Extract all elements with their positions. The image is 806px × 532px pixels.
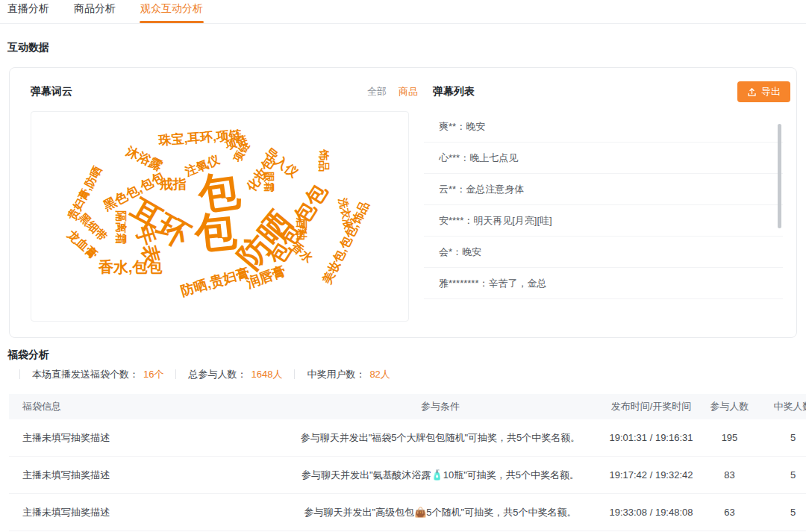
table-inner: 福袋信息 参与条件 发布时间/开奖时间 参与人数 中奖人数 主播未填写抽奖描述 … bbox=[9, 394, 806, 531]
table-row: 主播未填写抽奖描述 参与聊天并发出"福袋5个大牌包包随机"可抽奖，共5个中奖名额… bbox=[9, 419, 806, 457]
danmaku-user: 云** bbox=[439, 183, 456, 196]
tab-label: 直播分析 bbox=[7, 2, 49, 14]
wordcloud-word: 眼霜 bbox=[264, 172, 275, 193]
wordcloud-word: 包 bbox=[193, 209, 239, 255]
analysis-tab[interactable]: 直播分析 bbox=[7, 0, 49, 23]
wordcloud-word: 沐浴露 bbox=[125, 145, 164, 173]
danmaku-scrollbar-thumb[interactable] bbox=[778, 124, 781, 228]
danmaku-user: 雅******** bbox=[439, 277, 478, 290]
stat-item: 中奖用户数： 82人 bbox=[282, 368, 390, 381]
danmaku-user: 爽** bbox=[439, 120, 456, 134]
upload-icon bbox=[747, 87, 757, 97]
danmaku-colon: ： bbox=[456, 120, 466, 134]
card-header: 弹幕词云 全部 商品 弹幕列表 导出 bbox=[10, 68, 796, 102]
export-button[interactable]: 导出 bbox=[737, 81, 790, 102]
cell-participants: 83 bbox=[705, 469, 754, 481]
danmaku-message: 爽**：晚安 bbox=[424, 111, 783, 143]
stat-item: 总参与人数： 1648人 bbox=[163, 368, 282, 381]
wordcloud-title: 弹幕词云 bbox=[31, 85, 72, 98]
col-header-condition: 参与条件 bbox=[284, 400, 597, 413]
wordcloud-word: 唇釉 bbox=[296, 218, 307, 240]
danmaku-text: 明天再见[月亮][哇] bbox=[473, 214, 552, 228]
cell-time: 19:33:08 / 19:48:08 bbox=[597, 507, 705, 518]
lucky-bag-title: 福袋分析 bbox=[7, 348, 806, 360]
card-panels: 珠宝,耳环,项链 沐浴露 注氧仪 项链 项链 化妆包 导入仪 眼霜 饰品 戒指 … bbox=[10, 102, 796, 322]
wordcloud-header: 弹幕词云 全部 商品 bbox=[31, 85, 418, 98]
danmaku-text: 辛苦了，金总 bbox=[488, 277, 546, 290]
cell-participants: 195 bbox=[705, 432, 754, 443]
stat-label: 本场直播发送福袋个数： bbox=[32, 368, 139, 381]
export-label: 导出 bbox=[761, 85, 781, 98]
cell-info: 主播未填写抽奖描述 bbox=[9, 469, 284, 482]
danmaku-message: 心***：晚上七点见 bbox=[424, 143, 783, 174]
cell-condition: 参与聊天并发出"福袋5个大牌包包随机"可抽奖，共5个中奖名额。 bbox=[284, 431, 597, 445]
danmaku-text: 晚安 bbox=[466, 120, 485, 134]
danmaku-colon: ： bbox=[478, 277, 488, 290]
danmaku-text: 金总注意身体 bbox=[466, 183, 524, 196]
danmaku-rows: 爽**：晚安 心***：晚上七点见 云**：金总注意身体 安****：明天再见[… bbox=[424, 111, 783, 299]
danmaku-text: 晚上七点见 bbox=[469, 151, 518, 165]
analysis-tab[interactable]: 商品分析 bbox=[74, 0, 116, 23]
danmaku-user: 安**** bbox=[439, 214, 463, 228]
col-header-winners: 中奖人数 bbox=[754, 400, 806, 413]
stat-label: 总参与人数： bbox=[188, 368, 246, 381]
danmaku-wordcloud: 珠宝,耳环,项链 沐浴露 注氧仪 项链 项链 化妆包 导入仪 眼霜 饰品 戒指 … bbox=[31, 111, 409, 322]
wordcloud-filter-group: 全部 商品 bbox=[367, 85, 418, 98]
analysis-tab[interactable]: 观众互动分析 bbox=[140, 0, 203, 23]
danmaku-message: 会*：晚安 bbox=[424, 237, 783, 268]
filter-product[interactable]: 商品 bbox=[399, 85, 418, 98]
stat-value: 82人 bbox=[369, 368, 390, 381]
cell-winners: 5 bbox=[754, 469, 806, 481]
lucky-bag-table: 福袋信息 参与条件 发布时间/开奖时间 参与人数 中奖人数 主播未填写抽奖描述 … bbox=[9, 394, 806, 531]
col-header-time: 发布时间/开奖时间 bbox=[597, 400, 705, 413]
stat-label: 中奖用户数： bbox=[307, 368, 365, 381]
cell-time: 19:01:31 / 19:16:31 bbox=[597, 432, 705, 443]
tab-label: 商品分析 bbox=[74, 2, 116, 14]
cell-participants: 63 bbox=[705, 507, 754, 518]
danmaku-header: 弹幕列表 导出 bbox=[418, 81, 790, 102]
cell-info: 主播未填写抽奖描述 bbox=[9, 506, 284, 519]
danmaku-colon: ： bbox=[456, 183, 466, 196]
col-header-participants: 参与人数 bbox=[705, 400, 754, 413]
filter-all[interactable]: 全部 bbox=[367, 85, 387, 98]
wordcloud-word: 隔离霜 bbox=[116, 210, 127, 244]
stat-value: 1648人 bbox=[251, 368, 282, 381]
cell-winners: 5 bbox=[754, 507, 806, 518]
danmaku-text: 晚安 bbox=[462, 245, 481, 259]
danmaku-user: 会* bbox=[439, 245, 452, 259]
wordcloud-word: 饰品 bbox=[319, 149, 330, 172]
tab-label: 观众互动分析 bbox=[140, 2, 203, 14]
analysis-tab-bar: 直播分析 商品分析 观众互动分析 bbox=[0, 0, 806, 24]
danmaku-user: 心*** bbox=[439, 151, 460, 165]
wordcloud-word: 香水,包包 bbox=[99, 260, 163, 275]
danmaku-colon: ： bbox=[463, 214, 473, 228]
interaction-card: 弹幕词云 全部 商品 弹幕列表 导出 珠宝,耳环,项链 bbox=[9, 67, 797, 338]
lucky-bag-stats: 本场直播发送福袋个数： 16个 总参与人数： 1648人 中奖用户数： 82人 bbox=[7, 368, 806, 381]
danmaku-message: 安****：明天再见[月亮][哇] bbox=[424, 205, 783, 237]
wordcloud-word: 防晒,贵妇膏 bbox=[179, 266, 251, 298]
danmaku-list-title: 弹幕列表 bbox=[433, 85, 475, 98]
table-header-row: 福袋信息 参与条件 发布时间/开奖时间 参与人数 中奖人数 bbox=[9, 394, 806, 419]
table-body: 主播未填写抽奖描述 参与聊天并发出"福袋5个大牌包包随机"可抽奖，共5个中奖名额… bbox=[9, 419, 806, 531]
wordcloud-word: 香水 bbox=[289, 240, 314, 265]
cell-info: 主播未填写抽奖描述 bbox=[9, 431, 284, 445]
cell-time: 19:17:42 / 19:32:42 bbox=[597, 469, 705, 481]
cell-winners: 5 bbox=[754, 432, 806, 443]
col-header-info: 福袋信息 bbox=[9, 400, 284, 413]
table-row: 主播未填写抽奖描述 参与聊天并发出"高级包包👜5个随机"可抽奖，共5个中奖名额。… bbox=[9, 494, 806, 531]
danmaku-colon: ： bbox=[460, 151, 469, 165]
cell-condition: 参与聊天并发出"高级包包👜5个随机"可抽奖，共5个中奖名额。 bbox=[284, 506, 597, 519]
stat-value: 16个 bbox=[143, 368, 163, 381]
danmaku-colon: ： bbox=[452, 245, 462, 259]
danmaku-message: 雅********：辛苦了，金总 bbox=[424, 268, 783, 299]
danmaku-message: 云**：金总注意身体 bbox=[424, 174, 783, 205]
interaction-data-title: 互动数据 bbox=[7, 41, 806, 53]
danmaku-list: 爽**：晚安 心***：晚上七点见 云**：金总注意身体 安****：明天再见[… bbox=[424, 111, 783, 322]
table-row: 主播未填写抽奖描述 参与聊天并发出"氨基酸沐浴露🧴10瓶"可抽奖，共5个中奖名额… bbox=[9, 457, 806, 494]
cell-condition: 参与聊天并发出"氨基酸沐浴露🧴10瓶"可抽奖，共5个中奖名额。 bbox=[284, 469, 597, 482]
stat-item: 本场直播发送福袋个数： 16个 bbox=[7, 368, 163, 381]
